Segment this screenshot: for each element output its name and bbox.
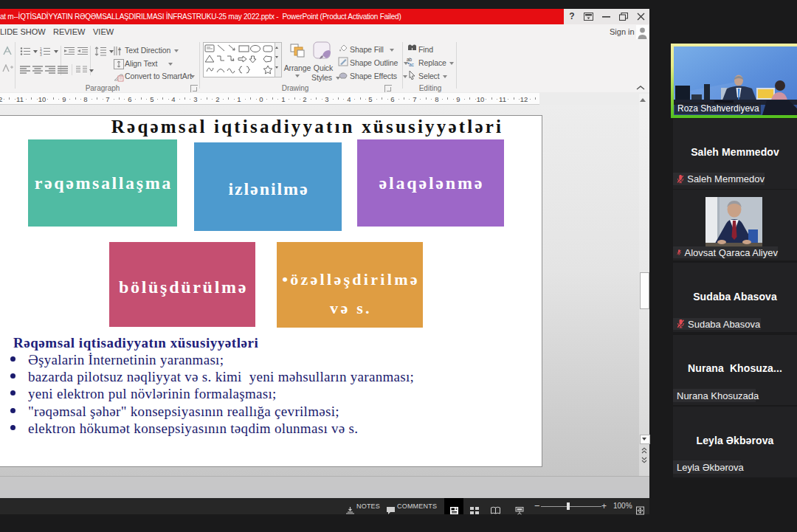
svg-text:ab: ab xyxy=(407,57,413,62)
svg-text:A: A xyxy=(118,46,121,51)
svg-text:ac: ac xyxy=(409,62,415,67)
svg-text:3: 3 xyxy=(40,52,42,56)
